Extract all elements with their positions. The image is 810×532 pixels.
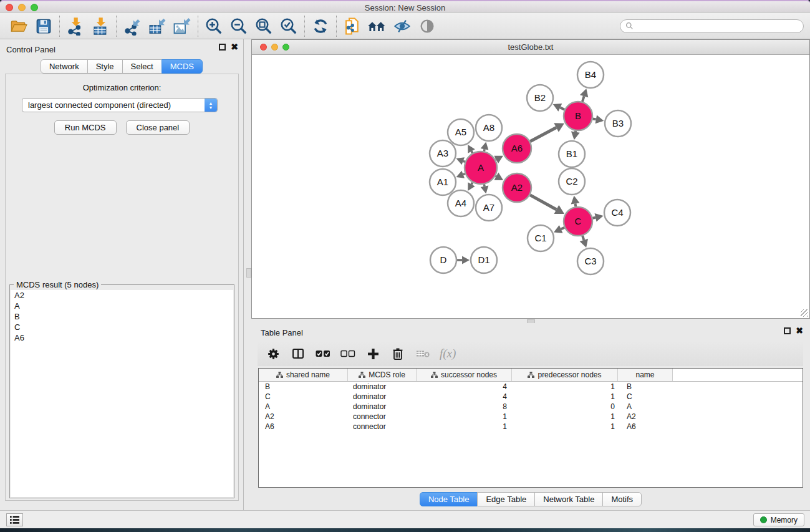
- column-header-name[interactable]: name: [618, 369, 673, 381]
- edge-A-A7[interactable]: [484, 184, 485, 186]
- mcds-result-item[interactable]: A: [11, 301, 233, 311]
- column-header-successor-nodes[interactable]: successor nodes: [417, 369, 512, 381]
- refresh-button[interactable]: [308, 15, 333, 37]
- column-header-predecessor-nodes[interactable]: predecessor nodes: [512, 369, 618, 381]
- cell-successor-nodes: 1: [417, 412, 512, 421]
- tab-style[interactable]: Style: [87, 59, 123, 74]
- tab-network[interactable]: Network: [41, 59, 88, 74]
- cell-mcds-role: dominator: [348, 382, 417, 391]
- column-label: predecessor nodes: [538, 370, 601, 379]
- window-title: Session: New Session: [0, 3, 810, 12]
- edge-B-B3[interactable]: [593, 118, 596, 119]
- delete-column-button[interactable]: [390, 346, 406, 362]
- hide-detail-button[interactable]: [390, 15, 415, 37]
- task-history-button[interactable]: [6, 513, 23, 526]
- edge-B-B4[interactable]: [582, 96, 584, 102]
- table-row[interactable]: A6connector11A6: [259, 422, 803, 432]
- zoom-in-button[interactable]: [201, 15, 226, 37]
- cell-predecessor-nodes: 1: [512, 382, 618, 391]
- hierarchy-icon: [359, 372, 365, 378]
- tab-mcds[interactable]: MCDS: [162, 59, 203, 74]
- edge-A-A5[interactable]: [471, 151, 473, 153]
- eye-slash-icon: [393, 17, 412, 35]
- tab-node-table[interactable]: Node Table: [420, 492, 478, 506]
- table-settings-button[interactable]: [265, 346, 281, 362]
- window-resize-grip[interactable]: [801, 309, 808, 317]
- column-header-shared-name[interactable]: shared name: [259, 369, 348, 381]
- node-label: A8: [483, 122, 494, 133]
- network-canvas[interactable]: B4B2BB3A8A5A6A3B1AA1C2A2A4A7C4CC1C3DD1: [252, 56, 809, 318]
- show-columns-button[interactable]: [290, 346, 306, 362]
- node-label: B2: [534, 92, 546, 103]
- node-table: shared nameMCDS rolesuccessor nodesprede…: [258, 368, 803, 488]
- mcds-result-item[interactable]: C: [11, 322, 233, 332]
- zoom-selected-button[interactable]: [276, 15, 301, 37]
- edge-A-A8[interactable]: [484, 149, 485, 151]
- mcds-result-item[interactable]: B: [11, 311, 233, 322]
- mcds-result-item[interactable]: A2: [11, 290, 233, 301]
- tab-motifs[interactable]: Motifs: [602, 492, 642, 506]
- deselect-all-button[interactable]: [340, 346, 356, 362]
- tab-select[interactable]: Select: [122, 59, 162, 74]
- node-label: B4: [585, 69, 596, 80]
- network-from-file-button[interactable]: [340, 15, 365, 37]
- network-view-window: testGlobe.txt B4B2BB3A8A5A6A3B1AA1C2A2A4…: [251, 39, 810, 319]
- table-row[interactable]: A2connector11A2: [259, 412, 803, 422]
- node-label: C1: [534, 233, 546, 243]
- mcds-result-item[interactable]: A6: [11, 332, 233, 343]
- edge-B-B2[interactable]: [560, 107, 564, 109]
- search-input[interactable]: [637, 22, 798, 31]
- memory-button[interactable]: Memory: [753, 513, 804, 526]
- float-panel-icon[interactable]: [219, 44, 226, 51]
- export-image-button[interactable]: [170, 15, 195, 37]
- close-panel-icon[interactable]: ✖: [231, 44, 238, 51]
- open-session-button[interactable]: [6, 15, 31, 37]
- unchecked-boxes-icon: [340, 350, 355, 358]
- edge-C-C3[interactable]: [582, 236, 584, 240]
- table-row[interactable]: Bdominator41B: [259, 382, 803, 392]
- cell-name: A6: [618, 422, 673, 431]
- export-table-button[interactable]: [145, 15, 170, 37]
- import-network-icon: [66, 17, 85, 36]
- tab-network-table[interactable]: Network Table: [534, 492, 603, 506]
- add-column-button[interactable]: [365, 346, 381, 362]
- hierarchy-icon: [528, 372, 534, 378]
- trash-icon: [392, 347, 403, 360]
- network-window-title: testGlobe.txt: [252, 42, 809, 52]
- close-panel-button[interactable]: Close panel: [126, 120, 190, 135]
- edge-C-C1[interactable]: [561, 228, 564, 229]
- vertical-divider-grip[interactable]: [246, 268, 251, 278]
- float-table-panel-icon[interactable]: [784, 327, 791, 334]
- function-builder-button[interactable]: f(x): [440, 347, 456, 360]
- edge-A-A3[interactable]: [463, 161, 465, 162]
- search-field[interactable]: [620, 19, 804, 33]
- close-table-panel-icon[interactable]: ✖: [796, 327, 803, 334]
- edge-arrowhead: [595, 115, 604, 124]
- import-network-button[interactable]: [63, 15, 88, 37]
- network-graph: B4B2BB3A8A5A6A3B1AA1C2A2A4A7C4CC1C3DD1: [252, 56, 809, 318]
- import-table-icon: [91, 17, 110, 36]
- save-session-button[interactable]: [31, 15, 56, 37]
- edge-C-C2[interactable]: [576, 203, 576, 206]
- edge-A2-C[interactable]: [530, 195, 556, 210]
- show-detail-button[interactable]: [415, 15, 440, 37]
- optimization-criterion-select[interactable]: largest connected component (directed) ▲…: [22, 98, 218, 112]
- delete-table-button[interactable]: [415, 346, 431, 362]
- run-mcds-button[interactable]: Run MCDS: [54, 120, 117, 135]
- import-table-button[interactable]: [88, 15, 113, 37]
- select-all-button[interactable]: [315, 346, 331, 362]
- home-button[interactable]: [365, 15, 390, 37]
- export-network-button[interactable]: [120, 15, 145, 37]
- edge-arrowhead: [595, 213, 604, 222]
- status-bar: Memory: [0, 510, 810, 528]
- column-header-mcds-role[interactable]: MCDS role: [348, 369, 417, 381]
- edge-A-A4[interactable]: [471, 183, 473, 185]
- zoom-fit-button[interactable]: [251, 15, 276, 37]
- edge-A6-B[interactable]: [530, 128, 556, 142]
- edge-C-C4[interactable]: [592, 218, 595, 218]
- table-row[interactable]: Cdominator41C: [259, 392, 803, 402]
- table-row[interactable]: Adominator80A: [259, 402, 803, 412]
- tab-edge-table[interactable]: Edge Table: [477, 492, 535, 506]
- zoom-out-button[interactable]: [226, 15, 251, 37]
- edge-A-A1[interactable]: [463, 174, 465, 175]
